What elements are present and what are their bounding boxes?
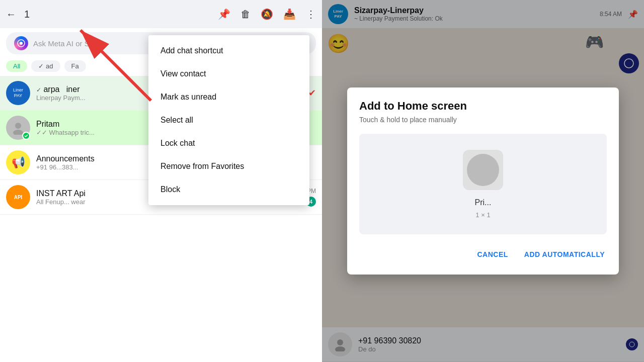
svg-point-9	[479, 163, 487, 171]
dialog-app-size: 1 × 1	[475, 211, 490, 219]
chat-meta-sizarpay: ✔	[308, 87, 316, 99]
dialog-subtitle: Touch & hold to place manually	[359, 116, 607, 124]
svg-point-3	[13, 130, 23, 135]
dialog-overlay: Add to Home screen Touch & hold to place…	[322, 0, 644, 362]
context-menu: Add chat shortcut View contact Mark as u…	[148, 35, 309, 205]
avatar-announcements: 📢	[6, 150, 30, 174]
dialog-preview-area: Pri... 1 × 1	[359, 134, 607, 234]
cancel-button[interactable]: CANCEL	[475, 246, 510, 262]
svg-point-1	[20, 42, 23, 45]
filter-tab-all[interactable]: All	[6, 60, 27, 72]
dialog-avatar-inner	[467, 154, 499, 186]
pin-icon[interactable]: 📌	[218, 8, 230, 20]
back-icon[interactable]: ←	[6, 9, 16, 20]
svg-point-2	[15, 123, 21, 129]
dialog-actions: CANCEL ADD AUTOMATICALLY	[359, 246, 607, 262]
dialog-app-icon	[463, 150, 503, 190]
left-panel: ← 1 📌 🗑 🔕 📥 ⋮ Ask Meta AI or Se All ✓ ad…	[0, 0, 322, 362]
search-placeholder: Ask Meta AI or Se	[33, 39, 94, 48]
archive-icon[interactable]: 📥	[283, 8, 296, 20]
filter-tab-fa[interactable]: Fa	[64, 60, 86, 72]
menu-mark-unread[interactable]: Mark as unread	[148, 85, 309, 109]
svg-point-10	[476, 173, 490, 180]
menu-add-shortcut[interactable]: Add chat shortcut	[148, 39, 309, 62]
delete-icon[interactable]: 🗑	[240, 9, 251, 20]
menu-select-all[interactable]: Select all	[148, 109, 309, 132]
avatar-sizarpay: LinerPAY	[6, 81, 30, 105]
top-bar-actions: 📌 🗑 🔕 📥 ⋮	[218, 8, 316, 20]
avatar-api: API	[6, 185, 30, 209]
avatar-pritam	[6, 116, 30, 140]
more-icon[interactable]: ⋮	[306, 8, 316, 20]
right-panel: LinerPAY Sizarpay-Linerpay ~ Linerpay Pa…	[322, 0, 644, 362]
top-bar: ← 1 📌 🗑 🔕 📥 ⋮	[0, 0, 322, 28]
selected-count: 1	[24, 9, 210, 20]
menu-block[interactable]: Block	[148, 178, 309, 201]
dialog-app-name: Pri...	[475, 198, 492, 207]
online-badge-pritam	[22, 132, 30, 140]
filter-tab-ad[interactable]: ✓ ad	[31, 60, 60, 72]
menu-remove-favorites[interactable]: Remove from Favorites	[148, 155, 309, 178]
menu-lock-chat[interactable]: Lock chat	[148, 132, 309, 155]
meta-ai-icon	[14, 36, 28, 50]
dialog-title: Add to Home screen	[359, 100, 607, 113]
mute-icon[interactable]: 🔕	[261, 8, 273, 20]
add-to-homescreen-dialog: Add to Home screen Touch & hold to place…	[347, 87, 619, 275]
add-automatically-button[interactable]: ADD AUTOMATICALLY	[522, 246, 607, 262]
menu-view-contact[interactable]: View contact	[148, 62, 309, 85]
